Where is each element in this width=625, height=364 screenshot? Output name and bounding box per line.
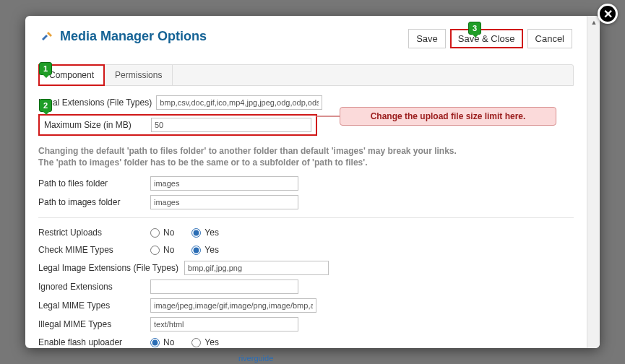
tools-icon <box>40 30 54 44</box>
flash-label: Enable flash uploader <box>38 337 150 347</box>
step-badge-1: 1 <box>39 62 52 75</box>
modal-dialog: ▲ Media Manager Options Save Save & Clos… <box>25 16 600 348</box>
callout-box: Change the upload file size limit here. <box>340 107 556 126</box>
callout-connector <box>316 116 340 117</box>
tabs: Component Permissions <box>38 64 574 86</box>
warning-note: Changing the default 'path to files fold… <box>38 145 574 168</box>
restrict-yes[interactable]: Yes <box>191 228 219 238</box>
save-button[interactable]: Save <box>408 29 446 48</box>
legal-ext-label: Legal Extensions (File Types) <box>38 98 152 108</box>
legal-ext-input[interactable] <box>156 95 322 110</box>
path-files-label: Path to files folder <box>38 178 150 188</box>
cancel-button[interactable]: Cancel <box>527 29 572 48</box>
divider <box>38 217 574 218</box>
page-title: Media Manager Options <box>40 29 207 44</box>
ignored-ext-input[interactable] <box>150 280 298 294</box>
illegal-mime-input[interactable] <box>150 317 298 332</box>
check-mime-yes[interactable]: Yes <box>191 245 219 255</box>
max-size-input[interactable] <box>151 118 311 132</box>
check-mime-label: Check MIME Types <box>38 245 150 255</box>
step-badge-2: 2 <box>39 99 52 112</box>
flash-no[interactable]: No <box>150 337 174 347</box>
legal-img-ext-label: Legal Image Extensions (File Types) <box>38 263 178 273</box>
illegal-mime-label: Illegal MIME Types <box>38 319 150 329</box>
max-size-label: Maximum Size (in MB) <box>44 120 151 130</box>
legal-mime-label: Legal MIME Types <box>38 300 150 311</box>
footer-link[interactable]: riverguide <box>238 354 273 363</box>
tab-permissions[interactable]: Permissions <box>105 65 173 85</box>
flash-yes[interactable]: Yes <box>191 337 219 347</box>
restrict-no[interactable]: No <box>150 228 174 238</box>
check-mime-no[interactable]: No <box>150 245 174 255</box>
path-images-label: Path to images folder <box>38 197 150 207</box>
close-icon[interactable]: ✕ <box>598 4 618 24</box>
path-files-input[interactable] <box>150 176 298 191</box>
save-close-button[interactable]: Save & Close <box>450 29 523 48</box>
restrict-label: Restrict Uploads <box>38 228 150 238</box>
ignored-ext-label: Ignored Extensions <box>38 282 150 292</box>
legal-img-ext-input[interactable] <box>184 261 329 275</box>
toolbar: Save Save & Close Cancel <box>408 29 572 48</box>
step-badge-3: 3 <box>468 22 481 35</box>
path-images-input[interactable] <box>150 195 298 209</box>
legal-mime-input[interactable] <box>150 298 316 313</box>
scrollbar[interactable]: ▲ <box>587 16 600 348</box>
